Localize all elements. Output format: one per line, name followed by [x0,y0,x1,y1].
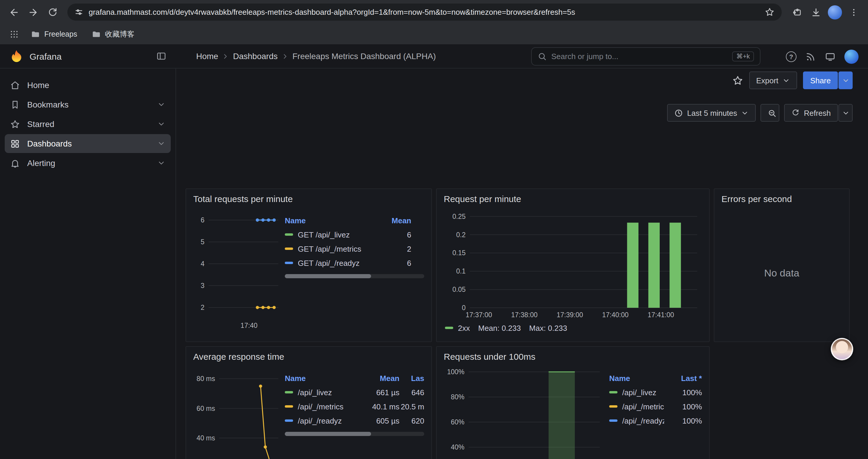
bar-chart[interactable]: 00.050.10.150.20.2517:37:0017:38:0017:39… [444,205,702,321]
export-button[interactable]: Export [749,71,797,89]
series-name: /api/_/metrics [622,402,664,411]
legend-series-label[interactable]: /api/_/readyz [609,416,664,425]
legend-series-label[interactable]: /api/_/readyz [285,416,358,425]
browser-menu-button[interactable] [845,4,862,21]
panel-title[interactable]: Errors per second [714,189,849,205]
series-name: /api/_/readyz [622,416,664,425]
reload-button[interactable] [44,4,60,21]
timeseries-chart[interactable]: 2345617:40 [193,205,283,331]
svg-text:60 ms: 60 ms [196,405,215,412]
legend-series-label[interactable]: /api/_/metrics [609,402,664,411]
chevron-down-icon[interactable] [157,159,165,167]
dashboards-grid-icon [10,138,20,149]
share-menu-button[interactable] [838,71,852,89]
bookmark-star-icon[interactable] [765,7,775,17]
rss-icon[interactable] [805,51,816,62]
svg-text:17:40: 17:40 [241,322,258,329]
panel-title[interactable]: Average response time [186,347,431,363]
timeseries-chart[interactable]: 0 s20 ms40 ms60 ms80 ms17:40 [193,363,283,459]
panel-title[interactable]: Total requests per minute [186,189,431,205]
bookmark-folder-freeleaps[interactable]: Freeleaps [26,28,82,41]
url-text[interactable]: grafana.mathmast.com/d/deytv4rwavabkb/fr… [89,8,759,17]
grafana-logo[interactable] [9,49,24,63]
bookmark-label: Freeleaps [44,30,77,38]
extensions-button[interactable] [789,4,805,21]
svg-text:17:38:00: 17:38:00 [511,311,538,319]
legend-header-name[interactable]: Name [609,374,664,383]
bar-chart[interactable]: 0%20%40%60%80%100%17:40 [444,363,604,459]
favorite-dashboard-button[interactable] [732,75,743,86]
series-color-swatch [609,419,617,422]
zoom-out-time-button[interactable] [761,104,780,122]
arrow-left-icon [9,7,20,18]
sidebar-item-label: Starred [27,119,54,129]
chevron-down-icon[interactable] [157,139,165,148]
search-input[interactable] [551,52,727,61]
svg-text:6: 6 [200,216,205,224]
bookmark-folder-blogs[interactable]: 收藏博客 [87,28,139,41]
share-button[interactable]: Share [803,71,838,89]
panel-title[interactable]: Requests under 100ms [437,347,709,363]
sidebar-item-starred[interactable]: Starred [5,114,171,133]
chevron-down-icon[interactable] [157,100,165,109]
arrow-right-icon [28,7,38,18]
help-icon[interactable]: ? [786,51,797,62]
legend-series-label[interactable]: GET /api/_/metrics [285,244,378,253]
legend-header-name[interactable]: Name [285,374,358,383]
chevron-down-icon[interactable] [157,120,165,128]
user-avatar[interactable] [844,49,859,64]
sidebar-item-dashboards[interactable]: Dashboards [5,134,171,153]
svg-text:0.05: 0.05 [452,286,466,293]
legend-series-label[interactable]: /api/_/metrics [285,402,358,411]
panel-title[interactable]: Request per minute [437,189,709,205]
nav-sidebar: Home Bookmarks Starred Dashboards Alerti… [0,68,176,459]
refresh-interval-button[interactable] [838,104,852,122]
bookmark-icon [10,100,20,109]
share-split-button: Share [803,71,852,89]
sidebar-item-alerting[interactable]: Alerting [5,154,171,172]
legend-series-label[interactable]: /api/_livez [609,388,664,397]
forward-button[interactable] [25,4,41,21]
legend-header-last[interactable]: Last * [664,374,702,383]
puzzle-icon [792,7,802,17]
search-box[interactable]: ⌘+k [531,47,761,66]
legend-series-label[interactable]: /api/_livez [285,388,358,397]
back-button[interactable] [6,4,23,21]
legend-scrollbar-thumb[interactable] [285,274,371,278]
legend-mean-value: 605 µs [358,416,399,425]
apps-shortcut-button[interactable] [7,27,21,41]
series-name: GET /api/_livez [298,230,350,239]
legend-header-mean[interactable]: Mean [358,374,399,383]
downloads-button[interactable] [808,4,824,21]
search-shortcut-kbd: ⌘+k [732,52,754,61]
time-range-picker[interactable]: Last 5 minutes [667,104,756,122]
breadcrumb-home[interactable]: Home [196,52,218,61]
refresh-button[interactable]: Refresh [784,104,838,122]
sidebar-item-home[interactable]: Home [5,76,171,95]
breadcrumb-dashboards[interactable]: Dashboards [233,52,278,61]
legend-mean-value: 6 [378,230,424,239]
legend-series-label[interactable]: 2xx [445,323,470,332]
header-icons: ? [786,44,859,68]
monitor-icon[interactable] [825,51,836,62]
site-controls-icon[interactable] [74,8,83,17]
series-color-swatch [285,248,293,250]
panel-errors-per-second: Errors per second No data [714,189,850,342]
legend-header-last[interactable]: Las [399,374,424,383]
legend-header-name[interactable]: Name [285,216,378,225]
legend-header-mean[interactable]: Mean [378,216,424,225]
legend-scrollbar-thumb[interactable] [285,432,371,436]
dock-menu-button[interactable] [156,51,167,61]
assistant-avatar[interactable] [831,338,853,360]
time-controls-row: Last 5 minutes Refresh [176,100,868,126]
sidebar-item-bookmarks[interactable]: Bookmarks [5,95,171,114]
panel-average-response-time: Average response time 0 s20 ms40 ms60 ms… [186,346,432,459]
legend-mean-value: Mean: 0.233 [478,323,521,332]
legend-series-label[interactable]: GET /api/_/readyz [285,258,378,267]
legend-series-label[interactable]: GET /api/_livez [285,230,378,239]
url-bar[interactable]: grafana.mathmast.com/d/deytv4rwavabkb/fr… [67,4,782,21]
profile-button[interactable] [827,4,843,21]
breadcrumb: Home Dashboards Freeleaps Metrics Dashbo… [196,52,436,61]
chevron-right-icon [222,52,229,60]
legend-row: GET /api/_livez 6 [285,227,424,241]
